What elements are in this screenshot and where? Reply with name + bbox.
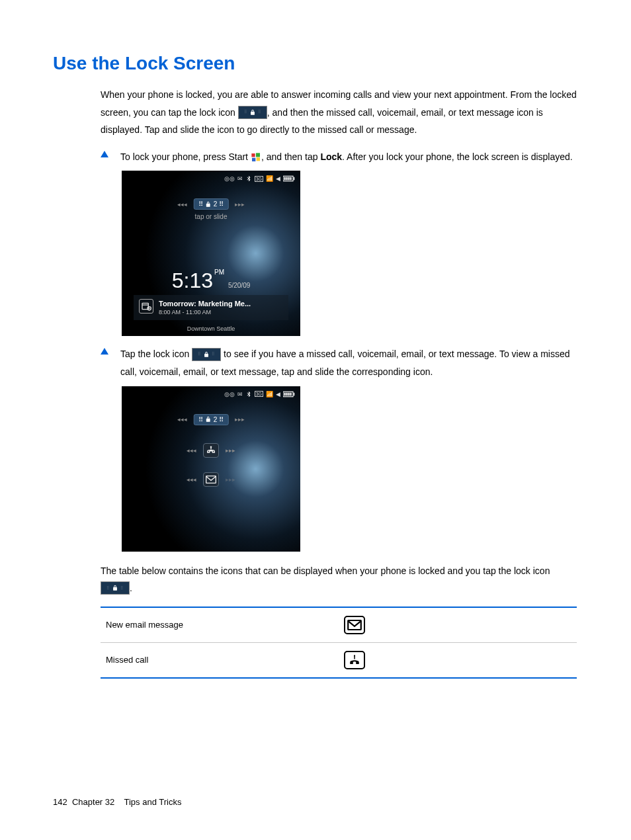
svg-point-22 bbox=[210, 446, 211, 447]
post-paragraph: The table below contains the icons that … bbox=[101, 562, 578, 597]
footer-chapter: Chapter 32 bbox=[72, 797, 114, 807]
envelope-icon: ✉ bbox=[237, 175, 243, 182]
envelope-icon: ✉ bbox=[237, 391, 243, 398]
svg-rect-0 bbox=[251, 153, 255, 157]
clock-date: 5/20/09 bbox=[228, 282, 250, 289]
clock-ampm: PM bbox=[214, 269, 224, 276]
lock-slider: ◂◂◂ ⠿ 2 ⠿ ▸▸▸ bbox=[177, 198, 245, 210]
svg-rect-9 bbox=[290, 177, 292, 181]
signal-icon: 📶 bbox=[266, 175, 273, 182]
page-footer: 142 Chapter 32 Tips and Tricks bbox=[53, 797, 181, 807]
clock: 5:13PM 5/20/09 bbox=[122, 269, 300, 293]
svg-rect-17 bbox=[284, 392, 286, 396]
bullet1-lock-word: Lock bbox=[320, 151, 342, 162]
svg-rect-1 bbox=[256, 153, 260, 157]
table-icon-cell bbox=[339, 607, 577, 643]
svg-rect-7 bbox=[286, 177, 288, 181]
svg-point-26 bbox=[354, 655, 355, 656]
signal-icon: 📶 bbox=[266, 391, 273, 398]
svg-rect-2 bbox=[252, 158, 255, 161]
svg-rect-16 bbox=[294, 392, 295, 396]
volume-icon: ◀ bbox=[276, 175, 280, 182]
page-heading: Use the Lock Screen bbox=[53, 53, 578, 74]
arrow-right-icon: ▸▸▸ bbox=[226, 447, 235, 454]
arrow-right-icon: ▸▸▸ bbox=[235, 416, 245, 423]
status-bar: ◎◎ ✉ 3G 📶 ◀ bbox=[224, 175, 295, 183]
start-icon bbox=[251, 152, 261, 163]
table-label: New email message bbox=[101, 607, 339, 643]
volume-icon: ◀ bbox=[276, 391, 280, 398]
battery-icon bbox=[283, 391, 295, 398]
battery-icon bbox=[283, 175, 295, 182]
svg-rect-25 bbox=[354, 656, 355, 659]
footer-page: 142 bbox=[53, 797, 67, 807]
missed-call-slider: ◂◂◂ ▸▸▸ bbox=[187, 443, 235, 458]
3g-icon: 3G bbox=[255, 176, 263, 182]
appointment-location: Downtown Seattle bbox=[122, 325, 300, 332]
tap-or-slide-label: tap or slide bbox=[195, 213, 228, 220]
lock-slider: ◂◂◂ ⠿ 2 ⠿ ▸▸▸ bbox=[177, 414, 245, 425]
svg-rect-20 bbox=[290, 392, 292, 396]
bluetooth-icon bbox=[245, 390, 252, 398]
bullet1-text-b: , and then tap bbox=[261, 151, 321, 162]
bullet2-text-a: Tap the lock icon bbox=[120, 349, 192, 359]
svg-rect-3 bbox=[257, 157, 260, 161]
lock-icon: ⠿ ⠿ bbox=[192, 348, 221, 361]
arrow-left-icon: ◂◂◂ bbox=[187, 447, 196, 454]
missed-call-icon bbox=[344, 651, 365, 669]
voicemail-icon: ◎◎ bbox=[224, 391, 235, 398]
appointment-title: Tomorrow: Marketing Me... bbox=[159, 299, 251, 308]
svg-rect-23 bbox=[206, 476, 216, 483]
table-row: New email message bbox=[101, 607, 577, 643]
arrow-left-icon: ◂◂◂ bbox=[177, 416, 187, 423]
bullet-item-1: To lock your phone, press Start , and th… bbox=[101, 148, 578, 166]
lock-icon: ⠿ ⠿ bbox=[238, 106, 267, 119]
bullet1-text-a: To lock your phone, press Start bbox=[120, 151, 251, 162]
clock-time: 5:13 bbox=[172, 269, 213, 293]
intro-paragraph: When your phone is locked, you are able … bbox=[101, 86, 578, 139]
status-bar: ◎◎ ✉ 3G 📶 ◀ bbox=[224, 390, 295, 398]
3g-icon: 3G bbox=[255, 391, 263, 397]
svg-rect-6 bbox=[284, 177, 286, 181]
svg-rect-18 bbox=[286, 392, 288, 396]
svg-line-14 bbox=[149, 309, 150, 310]
bullet-triangle-icon bbox=[101, 151, 108, 157]
table-icon-cell bbox=[339, 642, 577, 678]
table-row: Missed call bbox=[101, 642, 577, 678]
lock-badge-count: 2 bbox=[214, 416, 218, 423]
arrow-left-icon: ◂◂◂ bbox=[187, 476, 196, 483]
calendar-icon bbox=[139, 299, 153, 314]
bullet1-text-c: . After you lock your phone, the lock sc… bbox=[342, 151, 573, 162]
table-label: Missed call bbox=[101, 642, 339, 678]
appointment-card: Tomorrow: Marketing Me... 8:00 AM - 11:0… bbox=[134, 295, 288, 320]
bullet-item-2: Tap the lock icon ⠿ ⠿ to see if you have… bbox=[101, 345, 578, 380]
bullet-triangle-icon bbox=[101, 348, 108, 355]
svg-rect-19 bbox=[288, 392, 290, 396]
bluetooth-icon bbox=[245, 175, 252, 183]
lock-icon: ⠿ ⠿ bbox=[101, 581, 130, 595]
missed-call-icon bbox=[203, 443, 219, 458]
icon-table: New email message Missed call bbox=[101, 607, 577, 679]
appointment-time: 8:00 AM - 11:00 AM bbox=[159, 309, 251, 317]
post-text-b: . bbox=[130, 583, 132, 593]
lock-badge-count: 2 bbox=[214, 200, 218, 208]
arrow-left-icon: ◂◂◂ bbox=[177, 201, 187, 208]
voicemail-icon: ◎◎ bbox=[224, 175, 235, 182]
arrow-right-icon: ▸▸▸ bbox=[235, 201, 245, 208]
lockscreen-screenshot-1: ◎◎ ✉ 3G 📶 ◀ ◂◂◂ ⠿ 2 ⠿ ▸▸▸ tap or slide 5… bbox=[122, 171, 578, 336]
arrow-right-icon: ▸▸▸ bbox=[226, 476, 235, 483]
lockscreen-screenshot-2: ◎◎ ✉ 3G 📶 ◀ ◂◂◂ ⠿ 2 ⠿ ▸▸▸ ◂◂◂ ▸▸▸ bbox=[122, 386, 578, 552]
email-icon bbox=[203, 472, 219, 487]
email-slider: ◂◂◂ ▸▸▸ bbox=[187, 472, 235, 487]
svg-rect-8 bbox=[288, 177, 290, 181]
post-text-a: The table below contains the icons that … bbox=[101, 566, 550, 576]
footer-title: Tips and Tricks bbox=[124, 797, 181, 807]
email-icon bbox=[344, 616, 365, 634]
svg-rect-5 bbox=[294, 177, 295, 181]
lock-badge: ⠿ 2 ⠿ bbox=[194, 198, 229, 210]
lock-badge: ⠿ 2 ⠿ bbox=[194, 414, 229, 425]
